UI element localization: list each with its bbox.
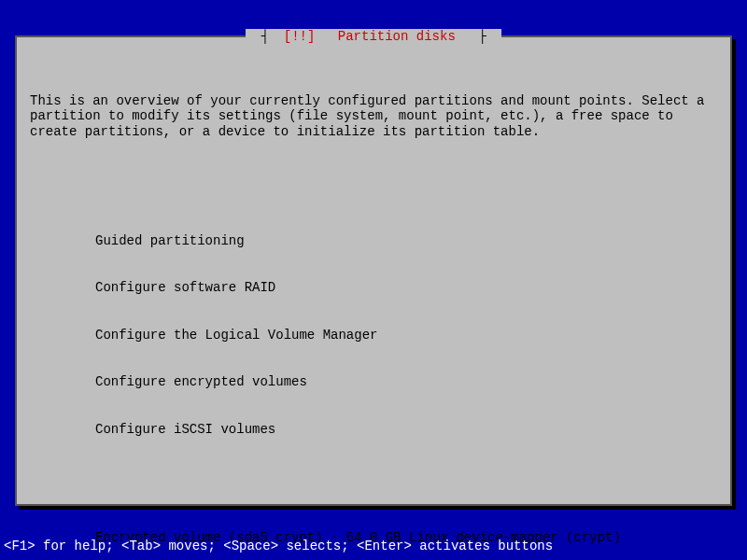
- title-mark: [!!]: [276, 29, 323, 44]
- description-text: This is an overview of your currently co…: [30, 93, 717, 140]
- title-deco-left: ┤: [253, 29, 275, 44]
- menu-guided[interactable]: Guided partitioning: [95, 233, 717, 249]
- menu-iscsi[interactable]: Configure iSCSI volumes: [95, 422, 717, 438]
- dialog-title-row: ┤[!!] Partition disks ├: [17, 29, 730, 45]
- menu-raid[interactable]: Configure software RAID: [95, 280, 717, 296]
- dialog-body: This is an overview of your currently co…: [17, 37, 730, 560]
- menu-encrypted[interactable]: Configure encrypted volumes: [95, 374, 717, 390]
- menu-block: Guided partitioning Configure software R…: [95, 202, 717, 560]
- dialog-title: Partition disks: [322, 29, 471, 44]
- partition-dialog: ┤[!!] Partition disks ├ This is an overv…: [15, 35, 732, 506]
- menu-lvm[interactable]: Configure the Logical Volume Manager: [95, 328, 717, 343]
- help-bar: <F1> for help; <Tab> moves; <Space> sele…: [0, 539, 747, 554]
- title-deco-right: ├: [471, 29, 493, 44]
